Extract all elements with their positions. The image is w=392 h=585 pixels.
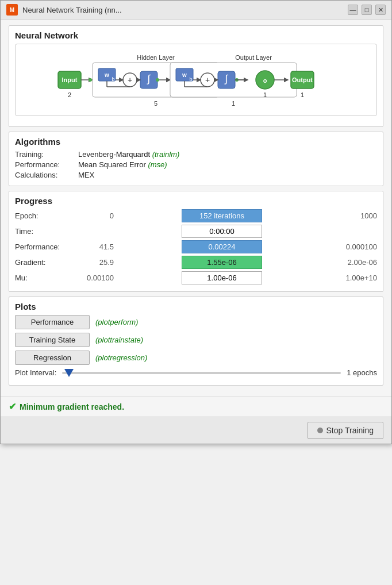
svg-text:Output: Output: [292, 76, 313, 83]
training-algo-row: Training: Levenberg-Marquardt (trainlm): [15, 150, 377, 159]
window-title: Neural Network Training (nn...: [22, 6, 343, 14]
training-value: Levenberg-Marquardt (trainlm): [78, 150, 179, 159]
algorithms-section: Algorithms Training: Levenberg-Marquardt…: [9, 132, 383, 186]
svg-text:b: b: [112, 76, 114, 82]
gradient-label: Gradient:: [15, 258, 78, 267]
performance-end: 0.000100: [325, 243, 377, 251]
performance-paren: (mse): [148, 160, 167, 169]
footer-bar: Stop Training: [1, 417, 391, 444]
epoch-current: 152 iterations: [182, 209, 262, 222]
performance-algo-row: Performance: Mean Squared Error (mse): [15, 160, 377, 169]
training-label: Training:: [15, 150, 78, 159]
plots-section: Plots Performance (plotperform) Training…: [9, 297, 383, 386]
svg-text:+: +: [205, 75, 210, 84]
maximize-button[interactable]: □: [362, 5, 372, 15]
main-content: Neural Network Input 2 Hidden Layer: [1, 20, 391, 396]
regression-plot-button[interactable]: Regression: [15, 351, 90, 365]
nn-diagram: Input 2 Hidden Layer w b +: [15, 44, 377, 116]
performance-algo-label: Performance:: [15, 160, 78, 169]
training-state-plot-button[interactable]: Training State: [15, 333, 90, 347]
time-row: Time: 0:00:00: [15, 225, 377, 238]
svg-text:2: 2: [68, 91, 71, 98]
progress-title: Progress: [15, 196, 377, 206]
status-check-icon: ✔: [9, 401, 16, 412]
stop-training-label: Stop Training: [326, 426, 374, 435]
svg-text:b: b: [189, 76, 192, 82]
epoch-bar-cell: 152 iterations: [118, 209, 325, 222]
matlab-logo: M: [6, 4, 18, 16]
minimize-button[interactable]: —: [348, 5, 358, 15]
gradient-end: 2.00e-06: [325, 258, 377, 267]
performance-plot-paren: (plotperform): [95, 318, 138, 326]
mu-start: 0.00100: [78, 274, 118, 282]
training-paren: (trainlm): [152, 150, 180, 159]
epoch-label: Epoch:: [15, 211, 78, 220]
stop-dot-icon: [317, 428, 323, 433]
status-bar: ✔ Minimum gradient reached.: [1, 396, 391, 417]
svg-text:w: w: [104, 72, 109, 78]
stop-training-button[interactable]: Stop Training: [308, 422, 384, 439]
svg-text:+: +: [128, 75, 132, 84]
close-button[interactable]: ✕: [375, 5, 386, 15]
performance-bar-cell: 0.00224: [118, 240, 325, 253]
plot-interval-label: Plot Interval:: [15, 368, 56, 377]
plots-title: Plots: [15, 302, 377, 311]
time-current: 0:00:00: [182, 225, 262, 238]
regression-plot-row: Regression (plotregression): [15, 351, 377, 365]
gradient-start: 25.9: [78, 258, 118, 267]
svg-text:w: w: [182, 72, 187, 78]
performance-plot-row: Performance (plotperform): [15, 315, 377, 329]
svg-text:Hidden Layer: Hidden Layer: [137, 54, 175, 61]
svg-text:Output Layer: Output Layer: [235, 54, 272, 61]
svg-point-39: [156, 78, 159, 82]
svg-text:o: o: [263, 77, 267, 84]
performance-start: 41.5: [78, 243, 118, 251]
plot-interval-slider-track: [62, 372, 341, 374]
plot-interval-row: Plot Interval: 1 epochs: [15, 368, 377, 377]
calculations-label: Calculations:: [15, 171, 78, 179]
epoch-row: Epoch: 0 152 iterations 1000: [15, 209, 377, 222]
plot-interval-slider-thumb[interactable]: [64, 369, 74, 377]
neural-network-section: Neural Network Input 2 Hidden Layer: [9, 25, 383, 127]
performance-row: Performance: 41.5 0.00224 0.000100: [15, 240, 377, 253]
neural-network-title: Neural Network: [15, 30, 377, 40]
performance-current: 0.00224: [182, 240, 262, 253]
epoch-end: 1000: [325, 211, 377, 220]
mu-row: Mu: 0.00100 1.00e-06 1.00e+10: [15, 271, 377, 284]
svg-text:5: 5: [154, 100, 157, 107]
performance-prog-label: Performance:: [15, 243, 78, 251]
progress-section: Progress Epoch: 0 152 iterations 1000 Ti…: [9, 191, 383, 292]
svg-text:1: 1: [301, 91, 304, 98]
regression-plot-paren: (plotregression): [95, 353, 147, 362]
mu-label: Mu:: [15, 274, 78, 282]
calculations-value: MEX: [78, 171, 94, 179]
epoch-start: 0: [78, 211, 118, 220]
nn-svg: Input 2 Hidden Layer w b +: [47, 51, 345, 109]
title-bar: M Neural Network Training (nn... — □ ✕: [1, 1, 391, 20]
mu-end: 1.00e+10: [325, 274, 377, 282]
time-bar-cell: 0:00:00: [118, 225, 325, 238]
plot-interval-value: 1 epochs: [347, 368, 377, 377]
gradient-row: Gradient: 25.9 1.55e-06 2.00e-06: [15, 256, 377, 269]
mu-bar-cell: 1.00e-06: [118, 271, 325, 284]
svg-text:Input: Input: [62, 76, 78, 83]
algorithms-title: Algorithms: [15, 137, 377, 147]
main-window: M Neural Network Training (nn... — □ ✕ N…: [0, 0, 392, 444]
training-state-plot-row: Training State (plottrainstate): [15, 333, 377, 347]
mu-current: 1.00e-06: [182, 271, 262, 284]
status-message: Minimum gradient reached.: [20, 402, 124, 411]
performance-algo-value: Mean Squared Error (mse): [78, 160, 167, 169]
svg-text:∫: ∫: [147, 73, 151, 84]
svg-text:1: 1: [263, 91, 267, 98]
performance-plot-button[interactable]: Performance: [15, 315, 90, 329]
window-controls: — □ ✕: [348, 5, 386, 15]
plot-interval-slider-container: [62, 372, 341, 374]
gradient-current: 1.55e-06: [182, 256, 262, 269]
svg-point-38: [89, 78, 92, 82]
svg-text:1: 1: [232, 100, 235, 107]
training-state-plot-paren: (plottrainstate): [95, 336, 143, 344]
calculations-row: Calculations: MEX: [15, 171, 377, 179]
gradient-bar-cell: 1.55e-06: [118, 256, 325, 269]
time-label: Time:: [15, 227, 78, 236]
svg-text:∫: ∫: [224, 73, 229, 84]
